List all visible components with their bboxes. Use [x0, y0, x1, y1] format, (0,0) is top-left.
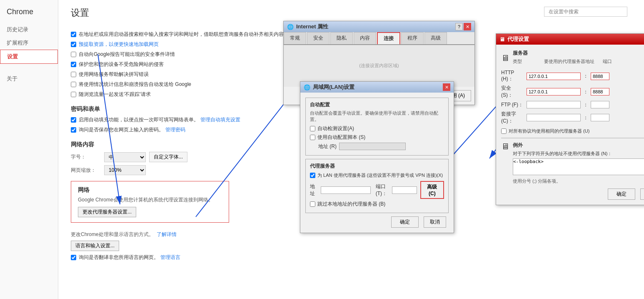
exceptions-textarea[interactable]: <-loopback>	[513, 158, 644, 175]
titlebar-icon: 🌐	[287, 24, 294, 30]
socks-address-input[interactable]	[527, 114, 581, 121]
setting-check-0[interactable]	[71, 32, 76, 37]
custom-font-button[interactable]: 自定义字体...	[149, 152, 187, 162]
save-password-check[interactable]	[71, 127, 76, 133]
auto-detect-check[interactable]	[310, 126, 315, 131]
tab-connection[interactable]: 连接	[377, 32, 400, 44]
proxy-address-input[interactable]	[321, 186, 371, 194]
tab-privacy[interactable]: 隐私	[330, 32, 353, 44]
auto-config-desc: 自动配置会覆盖手动设置。要确保使用手动设置，请禁用自动配置。	[310, 110, 444, 123]
auto-script-check[interactable]	[310, 135, 315, 140]
lan-body: 自动配置 自动配置会覆盖手动设置。要确保使用手动设置，请禁用自动配置。 自动检测…	[300, 93, 454, 233]
auto-script-label: 使用自动配置脚本 (S)	[317, 134, 365, 141]
divider	[501, 138, 644, 138]
setting-check-2[interactable]	[71, 52, 76, 57]
sidebar-item-history[interactable]: 历史记录	[0, 23, 58, 36]
exceptions-section: 🖥 例外 对于下列字符开头的地址不使用代理服务器 (N)： <-loopback…	[501, 142, 644, 184]
bypass-check[interactable]	[310, 201, 315, 207]
search-box	[544, 7, 627, 17]
setting-check-3[interactable]	[71, 62, 76, 67]
setting-check-1[interactable]	[71, 42, 76, 47]
setting-label-5: 将使用情况统计信息和崩溃报告自动发送给 Google	[79, 81, 191, 88]
same-proxy-label: 对所有协议均使用相同的代理服务器 (U)	[509, 128, 589, 134]
sidebar: Chrome 历史记录 扩展程序 设置 关于	[0, 0, 58, 299]
use-proxy-row: 为 LAN 使用代理服务器 (这些设置不用于拨号或 VPN 连接)(X)	[310, 172, 444, 178]
secure-label: 安全 (S)：	[501, 85, 524, 99]
dialog-close-btn[interactable]: ✕	[464, 23, 471, 30]
tab-advanced[interactable]: 高级	[424, 32, 447, 44]
socks-port-input[interactable]	[591, 114, 609, 121]
http-address-input[interactable]	[527, 73, 581, 80]
ftp-row: FTP (F)： ：	[501, 101, 644, 108]
lan-icon: 🌐	[304, 84, 310, 90]
search-input[interactable]	[544, 7, 627, 17]
col-port: 端口	[603, 58, 612, 65]
proxy-cancel-btn[interactable]: 取消	[640, 188, 644, 200]
sidebar-item-extensions[interactable]: 扩展程序	[0, 36, 58, 50]
setting-check-5[interactable]	[71, 82, 76, 87]
http-label: HTTP (H)：	[501, 70, 524, 83]
network-desc: Google Chrome会使用您计算机的系统代理设置连接到网络。	[78, 196, 222, 204]
proxy-ok-btn[interactable]: 确定	[608, 188, 635, 200]
proxy-body: 🖥 服务器 类型 要使用的代理服务器地址 端口 HTTP (H)： ：	[496, 45, 644, 205]
network-box: 网络 Google Chrome会使用您计算机的系统代理设置连接到网络。 更改代…	[71, 181, 229, 223]
tab-programs[interactable]: 程序	[401, 32, 424, 44]
proxy-address-row: 地址 端口 (T)： 高级 (C)	[310, 181, 444, 199]
proxy-server-icon: 🖥	[501, 53, 509, 63]
http-port-input[interactable]	[591, 73, 609, 80]
dialog-help-btn[interactable]: ?	[455, 23, 463, 30]
port-input[interactable]	[392, 186, 417, 194]
setting-check-6[interactable]	[71, 92, 76, 97]
same-proxy-check[interactable]	[501, 128, 507, 134]
tab-security[interactable]: 安全	[307, 32, 329, 44]
exceptions-icon: 🖥	[501, 142, 509, 151]
lan-close-btn[interactable]: ✕	[443, 83, 450, 91]
manage-autofill-link[interactable]: 管理自动填充设置	[200, 116, 240, 123]
main-content: 设置 在地址栏或应用启动器搜索框中输入搜索字词和网址时，借助联想查询服务自动补齐…	[58, 0, 644, 299]
tab-content[interactable]: 内容	[354, 32, 376, 44]
setting-label-4: 使用网络服务帮助解决拼写错误	[79, 71, 149, 78]
autofill-check[interactable]	[71, 117, 76, 123]
sidebar-item-about[interactable]: 关于	[0, 72, 58, 85]
same-proxy-row: 对所有协议均使用相同的代理服务器 (U)	[501, 128, 644, 134]
translate-check[interactable]	[71, 255, 76, 260]
col-type: 类型	[513, 58, 536, 65]
ftp-port-input[interactable]	[591, 101, 609, 108]
zoom-select[interactable]: 100%	[104, 165, 146, 175]
font-label: 字号：	[71, 153, 104, 161]
setting-check-4[interactable]	[71, 72, 76, 77]
manage-password-link[interactable]: 管理密码	[165, 126, 185, 133]
lang-input-button[interactable]: 语言和输入设置...	[71, 241, 119, 251]
exceptions-title: 例外	[513, 142, 644, 149]
lan-ok-btn[interactable]: 确定	[391, 216, 419, 228]
lan-cancel-btn[interactable]: 取消	[424, 216, 446, 228]
ftp-address-input[interactable]	[527, 101, 581, 108]
exceptions-desc: 对于下列字符开头的地址不使用代理服务器 (N)：	[513, 151, 644, 157]
change-proxy-button[interactable]: 更改代理服务器设置...	[78, 207, 136, 217]
lan-titlebar: 🌐 局域网(LAN)设置 ✕	[300, 82, 454, 93]
tab-general[interactable]: 常规	[284, 32, 306, 44]
proxy-icon: 🖥	[499, 36, 505, 43]
manage-lang-link[interactable]: 管理语言	[160, 254, 180, 261]
use-proxy-check[interactable]	[310, 173, 315, 178]
setting-label-0: 在地址栏或应用启动器搜索框中输入搜索字词和网址时，借助联想查询服务自动补齐相关内…	[79, 31, 284, 38]
socks-row: 套接字 (C)： ：	[501, 111, 644, 125]
server-section-title: 服务器	[513, 50, 612, 57]
proxy-title: 代理设置	[507, 35, 529, 43]
font-select[interactable]: 中	[104, 152, 146, 162]
setting-label-2: 自动向Google报告可能出现的安全事件详情	[79, 51, 175, 58]
autofill-label: 启用自动填充功能，以便点按一次即可填写网络表单。	[79, 116, 199, 123]
bypass-label: 跳过本地地址的代理服务器 (B)	[317, 201, 385, 208]
secure-port-input[interactable]	[591, 88, 609, 95]
ftp-label: FTP (F)：	[501, 101, 524, 108]
proxy-address-label: 地址	[310, 183, 316, 197]
address-label: 地址 (R)	[318, 143, 337, 150]
http-row: HTTP (H)： ：	[501, 70, 644, 83]
sidebar-item-settings[interactable]: 设置	[0, 50, 58, 64]
advanced-button[interactable]: 高级 (C)	[420, 181, 444, 199]
secure-address-input[interactable]	[527, 88, 581, 95]
auto-detect-row: 自动检测设置(A)	[310, 125, 444, 132]
lang-learn-link[interactable]: 了解详情	[157, 231, 177, 237]
proxy-server-box: 代理服务器 为 LAN 使用代理服务器 (这些设置不用于拨号或 VPN 连接)(…	[305, 159, 449, 213]
address-input[interactable]	[339, 143, 406, 150]
